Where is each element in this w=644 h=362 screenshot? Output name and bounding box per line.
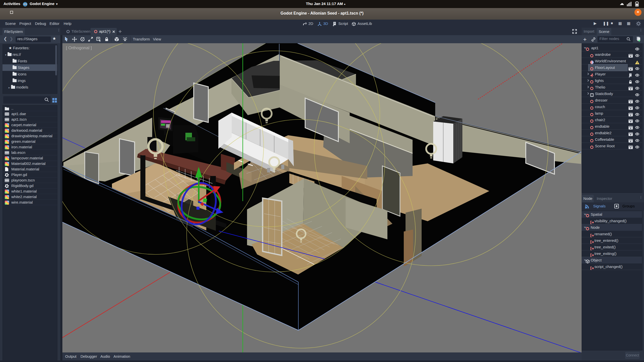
svg-text:[ Orthogonal ]: [ Orthogonal ]: [66, 46, 92, 50]
